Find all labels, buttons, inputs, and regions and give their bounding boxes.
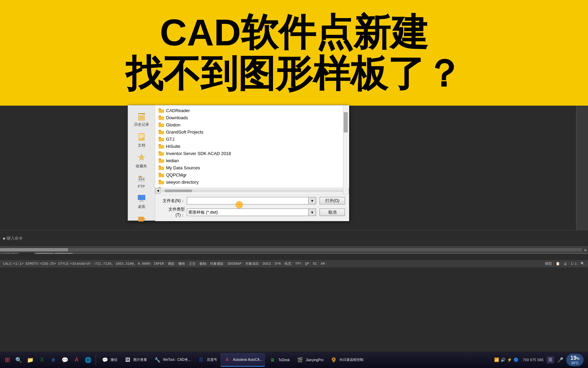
weather-badge[interactable]: 19% 34°C <box>566 354 584 366</box>
sidebar-label-favorites: 收藏夹 <box>136 164 147 169</box>
file-item[interactable]: GTJ <box>155 136 349 143</box>
svg-rect-10 <box>139 176 142 178</box>
dyn-status[interactable]: DYN <box>273 262 282 266</box>
autocad-taskbar-app[interactable]: A Autodesk AutoCA... <box>220 353 265 367</box>
command-prompt-arrow: ■ <box>3 236 5 241</box>
vertical-scrollbar[interactable] <box>343 105 348 194</box>
sidebar-item-documents[interactable]: 文档 <box>130 129 153 150</box>
jianying-taskbar-app[interactable]: 🎬 JianyingPro <box>293 353 326 367</box>
language-indicator[interactable]: 英 <box>546 356 554 364</box>
otrack-status[interactable]: 对象追踪 <box>244 261 261 266</box>
file-list[interactable]: CADReaderDownloadsGlodonGrandSoft Projec… <box>155 105 349 194</box>
sidebar-item-desktop[interactable]: 桌面 <box>130 191 153 211</box>
file-item[interactable]: CADReader <box>155 107 349 114</box>
search-button[interactable]: 🔍 <box>13 353 24 367</box>
file-item[interactable]: Downloads <box>155 114 349 121</box>
svg-rect-5 <box>139 135 144 135</box>
filetype-row: 文件类型(T)： ▼ 取消 <box>159 206 345 218</box>
taskbar-separator <box>96 355 96 365</box>
wechat-button[interactable]: 💬 <box>60 353 70 367</box>
infer-status[interactable]: INFER <box>152 262 166 266</box>
file-item[interactable]: GrandSoft Projects <box>155 128 349 136</box>
tray-icons[interactable]: 📶 🔊 ⚡ 🔵 <box>493 357 520 362</box>
explorer-button[interactable]: 📁 <box>25 353 36 367</box>
baidu-taskbar-app[interactable]: 百 百度号 <box>194 353 220 367</box>
mode-icon2[interactable]: 🖨 <box>562 262 569 266</box>
mode-model[interactable]: 模型 <box>544 261 554 266</box>
osnap-status[interactable]: 对象捕捉 <box>209 261 225 266</box>
wetool-taskbar-app[interactable]: 🔧 WeTool - CAD考... <box>150 353 194 367</box>
file-item-label: Glodon <box>166 122 180 127</box>
ie-button[interactable]: e <box>48 353 59 367</box>
svg-rect-4 <box>138 133 145 141</box>
svg-rect-36 <box>159 166 161 167</box>
file-item-label: My Data Sources <box>166 165 200 170</box>
sidebar-item-history[interactable]: 历史记录 <box>130 109 153 129</box>
sunflower-taskbar-app[interactable]: 🌻 向日葵远程控制 <box>327 353 366 367</box>
scale-display: 1:1 <box>569 262 578 266</box>
start-button[interactable]: ⊞ <box>2 353 13 367</box>
filename-input[interactable] <box>187 197 309 204</box>
qp-status[interactable]: QP <box>304 262 311 266</box>
coord-display: CALC:<1:1> DIMSTV:<ISO-25> STYLE:<Standa… <box>2 262 152 266</box>
file-item[interactable]: HiSuite <box>155 143 349 150</box>
wetool-app-icon: 🔧 <box>153 356 161 364</box>
mode-icon1[interactable]: 📋 <box>554 262 561 266</box>
svg-rect-23 <box>159 124 164 127</box>
browser-button[interactable]: 🌐 <box>83 353 94 367</box>
file-item[interactable]: leidian <box>155 157 349 164</box>
file-item[interactable]: seeyon directory <box>155 179 349 186</box>
svg-rect-31 <box>159 152 164 156</box>
tpy-status[interactable]: TPY <box>294 262 303 266</box>
file-item[interactable]: Inventor Server SDK ACAD 2018 <box>155 150 349 157</box>
sidebar-item-buzzsaw[interactable]: Buzzsaw <box>130 212 153 231</box>
command-bar: ■ 键入命令 <box>0 230 588 246</box>
lineweight-status[interactable]: 线宽 <box>283 261 293 266</box>
sidebar-item-ftp[interactable]: FTP <box>130 171 153 190</box>
excel-button[interactable]: X <box>36 353 47 367</box>
ortho-status[interactable]: 正交 <box>187 261 197 266</box>
am-status[interactable]: AM <box>319 262 326 266</box>
3dosnap-status[interactable]: 3DOSNAP <box>226 262 243 266</box>
sc-status[interactable]: SC <box>311 262 318 266</box>
file-item[interactable]: My Data Sources <box>155 164 349 171</box>
autocad-button[interactable]: A <box>71 353 82 367</box>
scroll-left[interactable]: ◀ <box>155 188 161 194</box>
svg-rect-15 <box>140 200 143 201</box>
file-item-label: leidian <box>166 158 179 163</box>
svg-rect-16 <box>139 201 144 202</box>
sidebar-label-desktop: 桌面 <box>138 204 145 209</box>
filetype-dropdown[interactable]: ▼ <box>309 209 316 216</box>
svg-rect-14 <box>138 195 145 200</box>
progress-scrollbar[interactable]: ◀◀ ◀ ▶ <box>0 247 588 253</box>
svg-rect-19 <box>159 109 164 113</box>
imageviewer-app-label: 图片查看 <box>133 357 147 362</box>
autocad-app-icon: A <box>223 355 231 364</box>
ducs-status[interactable]: DUCS <box>261 262 273 266</box>
system-tray: 📶 🔊 ⚡ 🔵 769 875 586 英 🎤 19% 34°C <box>490 354 586 366</box>
horizontal-scrollbar[interactable]: ◀ ▶ <box>155 188 349 193</box>
polar-status[interactable]: 极轴 <box>198 261 208 266</box>
grid-status[interactable]: 栅格 <box>177 261 187 266</box>
file-item[interactable]: Glodon <box>155 121 349 128</box>
filename-dropdown[interactable]: ▼ <box>309 197 316 204</box>
scroll-right-btn[interactable]: ▶ <box>584 248 588 252</box>
filetype-input[interactable] <box>187 209 309 216</box>
imageviewer-taskbar-app[interactable]: 🖼 图片查看 <box>121 353 150 367</box>
file-item[interactable]: QQPCMgr <box>155 171 349 179</box>
svg-rect-26 <box>159 130 161 131</box>
snap-status[interactable]: 捕捉 <box>166 261 176 266</box>
filename-label: 文件名(N)： <box>159 198 185 204</box>
open-button[interactable]: 打开(O) <box>320 197 345 204</box>
wechat-icon: 💬 <box>61 356 69 364</box>
scroll-thumb <box>165 189 192 192</box>
command-prompt-label: 键入命令 <box>6 235 23 241</box>
todesk-taskbar-app[interactable]: 🖥 ToDesk <box>266 353 292 367</box>
svg-rect-20 <box>159 108 161 110</box>
wechat-taskbar-app[interactable]: 💬 微信 <box>98 353 120 367</box>
svg-rect-38 <box>159 173 161 174</box>
sidebar-item-favorites[interactable]: 收藏夹 <box>130 150 153 170</box>
microphone-icon[interactable]: 🎤 <box>556 357 564 363</box>
zoom-controls[interactable]: 🔍 <box>579 262 586 266</box>
cancel-button[interactable]: 取消 <box>320 209 345 216</box>
